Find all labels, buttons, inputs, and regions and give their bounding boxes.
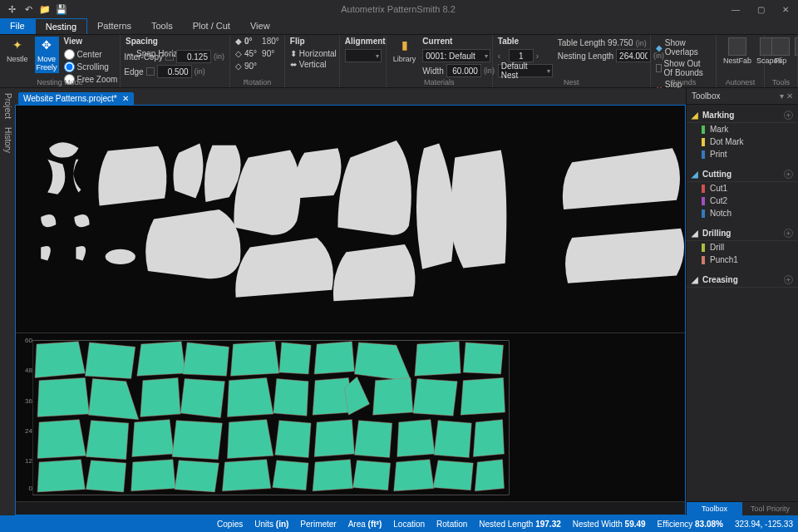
canvas-area: 60483624120 xyxy=(15,105,686,515)
toolbox-section: ◢Creasing+ xyxy=(687,269,798,291)
toolbox-section-header[interactable]: ◢Creasing+ xyxy=(687,273,798,288)
status-location: Location xyxy=(393,520,425,529)
toolbox-item[interactable]: Print xyxy=(687,148,798,160)
add-icon[interactable]: + xyxy=(784,229,793,238)
toolbox-header: Toolbox▾ ✕ xyxy=(687,88,798,105)
status-efficiency: Efficiency 83.08% xyxy=(658,520,723,529)
toolbox-tab-a[interactable]: Toolbox xyxy=(687,502,742,515)
ic-icon[interactable] xyxy=(165,52,174,61)
tab-patterns[interactable]: Patterns xyxy=(87,18,141,34)
edge-label: Edge xyxy=(124,67,143,76)
statusbar: Copies Units (in) Perimeter Area (ft²) L… xyxy=(0,515,798,532)
table-header: Table xyxy=(498,37,553,46)
nested-panel[interactable]: 60483624120 xyxy=(16,333,685,515)
group-label: Nesting Mode xyxy=(0,78,120,86)
show-oob[interactable]: Show Out Of Bounds xyxy=(656,59,711,77)
unnested-shapes xyxy=(16,106,685,332)
minimize-button[interactable]: — xyxy=(723,0,748,18)
rot-90b[interactable]: 90° xyxy=(262,49,279,58)
add-icon[interactable]: + xyxy=(784,111,793,120)
project-tab[interactable]: Project xyxy=(3,93,12,119)
toolbox-item[interactable]: Drill xyxy=(687,241,798,254)
move-freely-button[interactable]: ✥Move Freely xyxy=(35,37,59,73)
group-alignment: Alignment xyxy=(340,35,387,87)
nest-select[interactable]: Default Nest xyxy=(498,64,553,77)
maximize-button[interactable]: ▢ xyxy=(748,0,773,18)
intercopy-label: Inter-Copy xyxy=(124,52,163,62)
document-tab[interactable]: Website Patterns.project*✕ xyxy=(18,92,134,105)
tab-file[interactable]: File xyxy=(0,18,35,34)
flip-horizontal[interactable]: ⬍ Horizontal xyxy=(290,49,334,58)
rot-0[interactable]: ◆ 0° xyxy=(235,37,257,46)
rot-45[interactable]: ◇ 45° xyxy=(235,49,257,58)
tab-tools[interactable]: Tools xyxy=(141,18,183,34)
toolbox-item[interactable]: Mark xyxy=(687,123,798,135)
toolbox-tab-b[interactable]: Tool Priority xyxy=(742,502,798,515)
group-bounds: ◆Show Overlaps Show Out Of Bounds ✕Stop … xyxy=(651,35,717,87)
nestle-button[interactable]: ✦Nestle xyxy=(5,37,30,65)
width-input[interactable] xyxy=(446,64,481,77)
alignment-header: Alignment xyxy=(345,37,381,46)
view-header: View xyxy=(64,37,118,46)
menubar: File Nesting Patterns Tools Plot / Cut V… xyxy=(0,18,798,35)
close-button[interactable]: ✕ xyxy=(773,0,798,18)
tab-view[interactable]: View xyxy=(240,18,280,34)
ribbon: ✦Nestle ✥Move Freely View Center Scrolli… xyxy=(0,35,798,88)
tab-plotcut[interactable]: Plot / Cut xyxy=(183,18,240,34)
toolbox-section-header[interactable]: ◢Marking+ xyxy=(687,108,798,123)
quick-access-toolbar: ✢ ↶ 📁 💾 xyxy=(0,2,73,16)
qat-btn-save[interactable]: 💾 xyxy=(55,2,68,16)
tab-nesting[interactable]: Nesting xyxy=(35,18,87,34)
add-icon[interactable]: + xyxy=(784,170,793,179)
rot-90[interactable]: ◇ 90° xyxy=(235,62,257,71)
toolbox-item[interactable]: Dot Mark xyxy=(687,135,798,148)
unnested-panel[interactable] xyxy=(16,106,685,333)
toolbox-section-header[interactable]: ◢Drilling+ xyxy=(687,226,798,241)
flip-vertical[interactable]: ⬌ Vertical xyxy=(290,60,334,69)
show-overlaps[interactable]: ◆Show Overlaps xyxy=(656,38,711,57)
status-nested-width: Nested Width 59.49 xyxy=(573,520,646,529)
toolbox-section-header[interactable]: ◢Cutting+ xyxy=(687,167,798,182)
group-tools: Flip Ro Tools xyxy=(765,35,798,87)
status-perimeter: Perimeter xyxy=(300,520,336,529)
group-spacing: Spacing ↔ Snap Horizontal Inter-Copy (in… xyxy=(121,35,230,87)
current-material-select[interactable]: 0001: Default xyxy=(422,49,490,62)
rotate-tool-button[interactable]: Ro xyxy=(793,37,798,66)
x-ruler xyxy=(16,501,685,515)
add-icon[interactable]: + xyxy=(784,275,793,284)
edge-input[interactable] xyxy=(157,65,192,78)
flip-tool-button[interactable]: Flip xyxy=(770,37,791,66)
toolbox-item[interactable]: Cut1 xyxy=(687,182,798,195)
table-length-label: Table Length xyxy=(558,38,605,47)
group-autonest: NestFab Scapos Autonest xyxy=(717,35,765,87)
close-tab-icon[interactable]: ✕ xyxy=(122,94,129,103)
left-sidebar: Project History xyxy=(0,88,15,515)
qat-btn-open[interactable]: 📁 xyxy=(38,2,52,16)
nested-shapes xyxy=(32,333,685,515)
next-copies[interactable]: › xyxy=(536,52,544,61)
view-scrolling[interactable]: Scrolling xyxy=(64,62,118,72)
nesting-length-input[interactable] xyxy=(616,49,651,62)
toolbox-item[interactable]: Notch xyxy=(687,207,798,219)
toolbox-item[interactable]: Punch1 xyxy=(687,254,798,266)
copies-input[interactable] xyxy=(509,49,534,62)
rot-180[interactable]: 180° xyxy=(262,37,279,46)
qat-btn-undo[interactable]: ↶ xyxy=(22,2,35,16)
nestfab-button[interactable]: NestFab xyxy=(722,37,753,66)
toolbox-item[interactable]: Cut2 xyxy=(687,195,798,207)
view-center[interactable]: Center xyxy=(64,49,118,60)
nestfab-icon xyxy=(728,37,746,56)
prev-copies[interactable]: ‹ xyxy=(498,52,506,61)
library-button[interactable]: ▮Library xyxy=(392,37,418,65)
edge-icon[interactable] xyxy=(146,67,155,76)
history-tab[interactable]: History xyxy=(3,127,12,153)
alignment-select[interactable] xyxy=(345,49,382,62)
qat-btn-1[interactable]: ✢ xyxy=(5,2,18,16)
flip-tool-icon xyxy=(771,37,790,56)
intercopy-input[interactable] xyxy=(176,50,211,63)
toolbox-section: ◢Marking+MarkDot MarkPrint xyxy=(687,105,798,164)
svg-point-0 xyxy=(106,249,135,264)
toolbox-tabs: Toolbox Tool Priority xyxy=(687,501,798,515)
group-rotation: ◆ 0° ◇ 45° ◇ 90° 180° 90° Rotation xyxy=(230,35,285,87)
toolbox-pin-icon[interactable]: ▾ ✕ xyxy=(780,91,793,101)
